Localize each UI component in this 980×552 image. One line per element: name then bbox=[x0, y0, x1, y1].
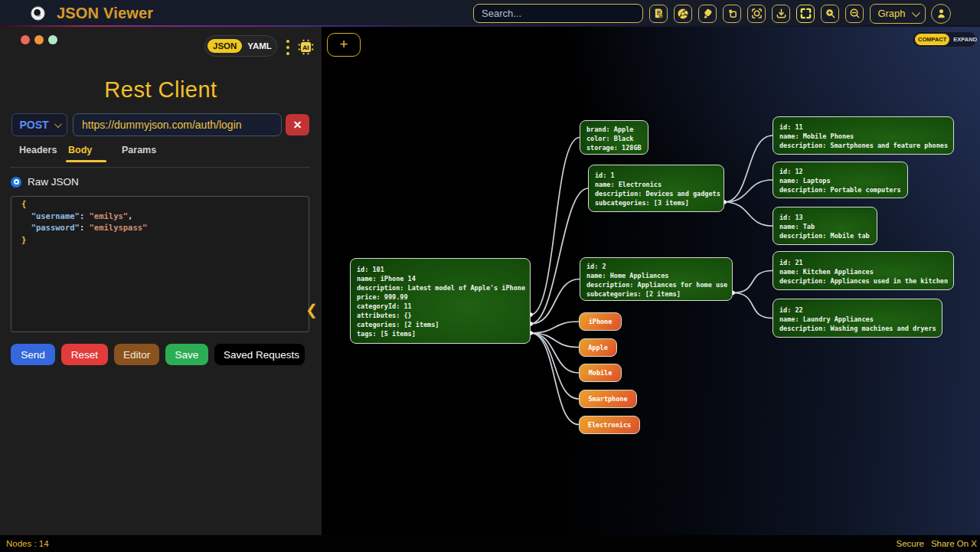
chrome-icon bbox=[677, 8, 689, 20]
saved-requests-button[interactable]: Saved Requests bbox=[214, 344, 305, 365]
graph-tag-node[interactable]: Electronics bbox=[579, 416, 640, 434]
graph-object-node[interactable]: id: 12name: Laptopsdescription: Portable… bbox=[773, 162, 908, 198]
document-icon bbox=[653, 8, 665, 19]
node-row: description: Smartphones and feature pho… bbox=[773, 141, 953, 150]
node-row: description: Washing machines and dryers bbox=[773, 324, 942, 333]
secure-link[interactable]: Secure bbox=[896, 539, 923, 548]
graph-object-node[interactable]: brand: Applecolor: Blackstorage: 128GB bbox=[580, 120, 648, 155]
window-minimize-dot[interactable] bbox=[34, 35, 44, 44]
format-toggle: JSON YAML bbox=[204, 35, 277, 57]
editor-button[interactable]: Editor bbox=[114, 344, 159, 365]
node-row: subcategories: [2 items] bbox=[580, 289, 732, 299]
graph-edge bbox=[724, 202, 773, 226]
brush-button[interactable] bbox=[698, 5, 717, 23]
node-row: brand: Apple bbox=[580, 125, 648, 134]
active-tab-underline bbox=[66, 160, 106, 162]
graph-object-node[interactable]: id: 21name: Kitchen Appliancesdescriptio… bbox=[773, 251, 954, 290]
user-icon bbox=[936, 8, 947, 19]
close-icon: ✕ bbox=[293, 119, 302, 131]
app-title: JSON Viewer bbox=[57, 5, 153, 22]
graph-object-node[interactable]: id: 22name: Laundry Appliancesdescriptio… bbox=[773, 299, 942, 338]
node-row: id: 2 bbox=[580, 262, 732, 271]
node-row: id: 13 bbox=[773, 213, 877, 222]
graph-object-node[interactable]: id: 101name: iPhone 14description: Lates… bbox=[350, 258, 531, 344]
node-row: id: 22 bbox=[773, 305, 942, 315]
url-input[interactable] bbox=[73, 113, 282, 136]
clear-url-button[interactable]: ✕ bbox=[286, 114, 309, 136]
zoom-in-icon bbox=[825, 8, 836, 19]
send-button[interactable]: Send bbox=[11, 344, 55, 365]
status-bar: Nodes : 14 Secure Share On X bbox=[0, 535, 980, 552]
add-node-button[interactable]: + bbox=[327, 33, 361, 57]
tab-body[interactable]: Body bbox=[68, 145, 92, 155]
tab-headers[interactable]: Headers bbox=[19, 145, 57, 155]
reset-button[interactable]: Reset bbox=[61, 344, 108, 365]
format-yaml-button[interactable]: YAML bbox=[242, 39, 277, 53]
method-select[interactable]: POST bbox=[11, 113, 67, 136]
raw-json-radio[interactable] bbox=[11, 177, 21, 188]
download-button[interactable] bbox=[772, 5, 790, 23]
graph-object-node[interactable]: id: 1name: Electronicsdescription: Devic… bbox=[588, 165, 724, 212]
node-row: name: Kitchen Appliances bbox=[773, 267, 953, 276]
node-row: attributes: {} bbox=[351, 311, 530, 320]
node-row: name: Tab bbox=[773, 222, 877, 231]
code-line: "password": "emilyspass" bbox=[21, 222, 309, 234]
graph-tag-node[interactable]: iPhone bbox=[579, 312, 622, 331]
graph-edge bbox=[724, 180, 773, 202]
node-row: id: 1 bbox=[589, 171, 724, 180]
compact-button[interactable]: COMPACT bbox=[915, 34, 949, 45]
graph-object-node[interactable]: id: 11name: Mobile Phonesdescription: Sm… bbox=[773, 116, 954, 155]
raw-json-label: Raw JSON bbox=[28, 176, 79, 188]
browser-button[interactable] bbox=[674, 5, 692, 23]
graph-edge bbox=[531, 279, 580, 325]
graph-edge bbox=[724, 136, 773, 202]
layout-toggle: COMPACT EXPAND bbox=[912, 31, 977, 47]
status-bar-right: Secure Share On X bbox=[896, 539, 977, 548]
search-input[interactable] bbox=[473, 4, 643, 23]
tab-params[interactable]: Params bbox=[122, 145, 156, 155]
zoom-in-button[interactable] bbox=[821, 5, 839, 23]
fullscreen-icon bbox=[800, 8, 812, 19]
share-on-x-link[interactable]: Share On X bbox=[931, 539, 977, 548]
rest-client-panel: JSON YAML AI Rest Client POST ✕ Headers … bbox=[0, 27, 322, 535]
window-close-dot[interactable] bbox=[21, 35, 30, 44]
panel-collapse-chevron-icon[interactable]: ❮ bbox=[305, 301, 318, 318]
format-json-button[interactable]: JSON bbox=[207, 39, 242, 53]
window-maximize-dot[interactable] bbox=[48, 35, 57, 44]
expand-button[interactable]: EXPAND bbox=[953, 36, 977, 43]
graph-canvas[interactable]: + COMPACT EXPAND id: 101name: iPhone 14d… bbox=[322, 27, 980, 535]
graph-object-node[interactable]: id: 13name: Tabdescription: Mobile tab bbox=[773, 207, 877, 245]
node-row: storage: 128GB bbox=[580, 143, 648, 152]
kebab-menu-icon[interactable] bbox=[283, 40, 292, 55]
graph-object-node[interactable]: id: 2name: Home Appliancesdescription: A… bbox=[580, 257, 733, 301]
copy-button[interactable] bbox=[723, 5, 741, 23]
graph-edge bbox=[531, 138, 580, 315]
action-buttons: Send Reset Editor Save Saved Requests bbox=[11, 344, 305, 365]
graph-tag-node[interactable]: Mobile bbox=[579, 364, 622, 382]
fullscreen-button[interactable] bbox=[796, 5, 815, 23]
node-row: name: Home Appliances bbox=[580, 271, 732, 280]
document-button[interactable] bbox=[649, 5, 668, 23]
graph-tag-node[interactable]: Apple bbox=[579, 338, 617, 357]
graph-edge bbox=[531, 333, 579, 399]
view-select[interactable]: Graph bbox=[870, 4, 926, 24]
node-row: tags: [5 items] bbox=[351, 329, 530, 338]
focus-button[interactable] bbox=[747, 5, 766, 23]
zoom-out-button[interactable] bbox=[845, 5, 864, 23]
ai-chip-icon[interactable]: AI bbox=[298, 39, 314, 55]
chevron-down-icon bbox=[911, 8, 920, 16]
app-logo bbox=[31, 6, 45, 21]
node-label: Smartphone bbox=[588, 395, 627, 403]
download-icon bbox=[776, 8, 787, 19]
node-row: name: Laundry Appliances bbox=[773, 315, 942, 324]
node-row: name: Laptops bbox=[773, 176, 907, 185]
request-body-editor[interactable]: { "username": "emilys", "password": "emi… bbox=[11, 196, 309, 332]
node-row: description: Mobile tab bbox=[773, 231, 877, 240]
code-line: { bbox=[21, 198, 309, 211]
node-row: id: 101 bbox=[351, 265, 530, 274]
save-button[interactable]: Save bbox=[165, 344, 208, 365]
avatar[interactable] bbox=[931, 4, 951, 24]
graph-tag-node[interactable]: Smartphone bbox=[579, 390, 637, 408]
node-row: description: Latest model of Apple's iPh… bbox=[351, 283, 530, 292]
code-line: } bbox=[21, 234, 309, 247]
